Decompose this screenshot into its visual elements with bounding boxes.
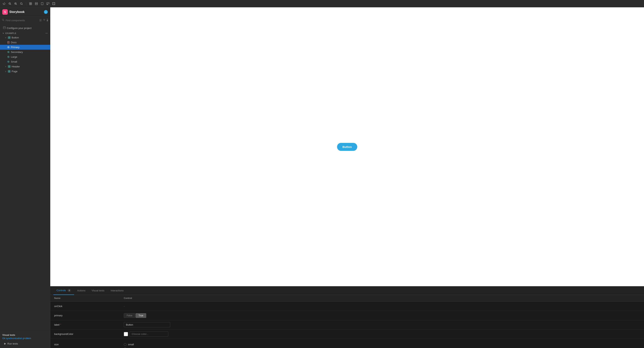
git-sync-link[interactable]: Git synchronization problem: [2, 337, 48, 340]
tab-visual-tests[interactable]: Visual tests: [88, 287, 108, 295]
toolbar-refresh-icon[interactable]: [2, 1, 6, 6]
svg-rect-48: [9, 65, 10, 66]
toolbar-zoom-in-icon[interactable]: [14, 1, 18, 6]
story-icon-secondary: [7, 51, 10, 53]
tab-controls[interactable]: Controls 4: [54, 286, 74, 295]
toolbar-zoom-reset-icon[interactable]: [19, 1, 24, 6]
sidebar-nav: Configure your project EXAMPLE Button: [0, 24, 50, 332]
control-value-size: small medium large: [120, 341, 644, 348]
th-name: Name: [50, 295, 120, 302]
svg-rect-17: [47, 4, 48, 5]
search-input[interactable]: [6, 19, 38, 22]
section-example[interactable]: EXAMPLE: [0, 30, 50, 35]
sidebar-item-button[interactable]: Button: [0, 35, 50, 40]
panel-tabs: Controls 4 Actions Visual tests Interact…: [50, 286, 644, 295]
svg-point-40: [8, 47, 9, 48]
filter-icon[interactable]: [43, 19, 46, 22]
toolbar-single-icon[interactable]: [40, 1, 44, 6]
section-label: EXAMPLE: [6, 32, 16, 34]
search-icon: [2, 19, 4, 22]
add-story-button[interactable]: +: [46, 18, 48, 22]
visual-tests-title: Visual tests: [2, 334, 48, 337]
table-row: size small medium: [50, 339, 644, 348]
svg-rect-16: [47, 2, 49, 4]
color-swatch[interactable]: [124, 332, 128, 336]
bottom-panel: Controls 4 Actions Visual tests Interact…: [50, 286, 644, 348]
svg-point-42: [8, 52, 9, 52]
preview-button[interactable]: Button: [337, 143, 357, 151]
control-name-bgcolor: backgroundColor: [50, 331, 120, 337]
header-component-icon: [8, 65, 10, 68]
svg-rect-53: [8, 71, 9, 72]
sidebar-item-secondary[interactable]: Secondary: [0, 50, 50, 54]
sidebar-item-header[interactable]: Header: [0, 64, 50, 69]
control-value-primary: False True: [120, 311, 644, 320]
svg-rect-47: [8, 65, 9, 66]
radio-circle-small: [124, 343, 126, 346]
svg-rect-31: [8, 36, 9, 37]
table-header: Name Control: [50, 295, 644, 302]
svg-rect-12: [31, 4, 32, 5]
toggle-false-button[interactable]: False: [124, 313, 135, 318]
play-icon: [4, 343, 6, 345]
svg-rect-49: [8, 67, 9, 68]
svg-rect-14: [35, 4, 38, 5]
control-name-label: label*: [50, 321, 120, 328]
sidebar-item-small[interactable]: Small: [0, 59, 50, 64]
sidebar-footer: Visual tests Git synchronization problem…: [0, 332, 50, 348]
run-tests-button[interactable]: Run tests: [2, 341, 48, 346]
svg-line-6: [16, 4, 17, 5]
main-layout: S Storybook ● / + Confi: [0, 7, 644, 348]
svg-rect-26: [3, 27, 6, 29]
table-row: primary False True: [50, 311, 644, 320]
page-component-icon: [8, 70, 10, 73]
sidebar-item-large[interactable]: Large: [0, 54, 50, 59]
tab-actions[interactable]: Actions: [74, 287, 88, 295]
component-icon: [8, 36, 10, 39]
tab-interactions[interactable]: Interactions: [108, 287, 127, 295]
story-icon-large: [7, 56, 10, 58]
size-radio-group: small medium large: [124, 343, 640, 348]
svg-rect-50: [9, 67, 10, 68]
toolbar-panel-icon[interactable]: [46, 1, 50, 6]
svg-point-44: [8, 57, 9, 57]
svg-marker-55: [4, 343, 6, 345]
svg-rect-15: [41, 2, 43, 5]
controls-badge: 4: [68, 289, 71, 292]
tab-interactions-label: Interactions: [110, 289, 124, 292]
sidebar-item-docs[interactable]: Docs: [0, 40, 50, 45]
radio-small[interactable]: small: [124, 343, 640, 346]
top-toolbar: [0, 0, 644, 7]
storybook-logo: S: [2, 9, 8, 15]
label-input[interactable]: [124, 322, 170, 327]
sidebar-item-page-label: Page: [12, 70, 48, 73]
sidebar-header: S Storybook ●: [0, 7, 50, 17]
toggle-true-button[interactable]: True: [136, 313, 146, 318]
svg-rect-33: [8, 38, 9, 39]
sidebar-item-primary[interactable]: Primary: [0, 45, 50, 50]
sidebar-item-page[interactable]: Page: [0, 69, 50, 74]
sidebar-item-button-label: Button: [12, 36, 48, 39]
color-picker-row: [124, 331, 640, 337]
section-options-icon[interactable]: [46, 32, 48, 34]
content-area: Button Controls 4 Actions Visual tests I…: [50, 7, 644, 348]
update-badge[interactable]: ●: [44, 10, 48, 14]
section-chevron-icon: [2, 32, 4, 34]
configure-project-item[interactable]: Configure your project: [0, 25, 50, 30]
sidebar-item-secondary-label: Secondary: [11, 51, 48, 53]
tab-visual-tests-label: Visual tests: [92, 289, 104, 292]
svg-point-7: [20, 2, 22, 4]
color-input[interactable]: [130, 331, 168, 337]
configure-label: Configure your project: [7, 27, 48, 29]
toolbar-expand-icon[interactable]: [52, 1, 56, 6]
toolbar-zoom-out-icon[interactable]: [8, 1, 12, 6]
svg-rect-10: [31, 2, 32, 3]
svg-point-21: [2, 19, 4, 21]
radio-label-small: small: [128, 343, 134, 346]
sidebar: S Storybook ● / + Confi: [0, 7, 50, 348]
docs-icon: [7, 41, 10, 44]
toolbar-layout-icon[interactable]: [34, 1, 38, 6]
expand-chevron-icon: [5, 37, 6, 39]
svg-point-28: [46, 33, 46, 33]
toolbar-grid-icon[interactable]: [28, 1, 33, 6]
